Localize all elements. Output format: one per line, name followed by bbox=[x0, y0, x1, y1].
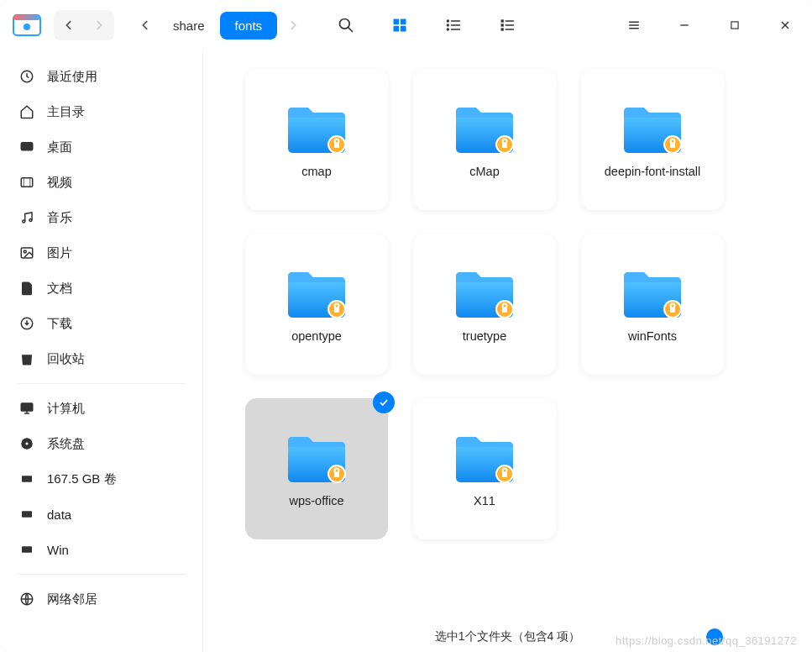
maximize-button[interactable] bbox=[715, 5, 755, 45]
svg-rect-1 bbox=[13, 15, 40, 20]
folder-icon bbox=[283, 430, 350, 484]
sidebar-item-win[interactable]: Win bbox=[0, 532, 202, 567]
svg-rect-7 bbox=[394, 26, 400, 32]
sidebar-item-label: 最近使用 bbox=[47, 69, 97, 85]
image-icon bbox=[18, 244, 35, 261]
svg-rect-39 bbox=[22, 476, 32, 482]
view-list-button[interactable] bbox=[427, 5, 480, 45]
sidebar-item-label: 下载 bbox=[47, 316, 72, 332]
minimize-button[interactable] bbox=[664, 5, 705, 45]
sidebar-item-recent[interactable]: 最近使用 bbox=[0, 59, 202, 94]
sidebar-item-data[interactable]: data bbox=[0, 497, 202, 532]
svg-rect-6 bbox=[401, 19, 406, 25]
svg-rect-5 bbox=[394, 19, 400, 25]
folder-item[interactable]: opentype bbox=[245, 234, 388, 375]
folder-label: deepin-font-install bbox=[605, 165, 700, 178]
svg-point-34 bbox=[24, 250, 26, 253]
folder-label: cMap bbox=[469, 165, 499, 178]
sidebar-item-sysdisk[interactable]: 系统盘 bbox=[0, 426, 202, 461]
folder-label: wps-office bbox=[289, 494, 343, 507]
svg-line-4 bbox=[348, 28, 353, 32]
svg-rect-29 bbox=[21, 143, 33, 150]
download-icon bbox=[18, 315, 35, 332]
network-icon bbox=[18, 591, 35, 607]
svg-point-38 bbox=[26, 443, 29, 445]
menu-button[interactable] bbox=[614, 5, 654, 45]
sidebar-item-label: 计算机 bbox=[47, 401, 85, 417]
svg-point-11 bbox=[448, 24, 449, 26]
sidebar-item-documents[interactable]: 文档 bbox=[0, 271, 202, 306]
svg-point-31 bbox=[23, 220, 25, 223]
svg-rect-36 bbox=[21, 403, 33, 411]
video-icon bbox=[18, 174, 35, 191]
folder-item[interactable]: truetype bbox=[413, 234, 556, 375]
svg-rect-19 bbox=[501, 28, 504, 30]
svg-rect-17 bbox=[501, 24, 504, 26]
folder-label: X11 bbox=[474, 494, 495, 507]
folder-item[interactable]: cMap bbox=[413, 69, 556, 210]
sidebar-item-trash[interactable]: 回收站 bbox=[0, 341, 202, 376]
sidebar-item-downloads[interactable]: 下载 bbox=[0, 306, 202, 341]
folder-item[interactable]: wps-office bbox=[245, 398, 388, 539]
sidebar: 最近使用 主目录 桌面 视频 音乐 图片 文档 下载 回收站 计算机 系统盘 1… bbox=[0, 50, 203, 652]
breadcrumb-forward-icon bbox=[280, 10, 306, 40]
folder-item[interactable]: cmap bbox=[245, 69, 388, 210]
view-detail-button[interactable] bbox=[480, 5, 534, 45]
forward-button[interactable] bbox=[84, 10, 114, 40]
folder-label: truetype bbox=[463, 329, 506, 343]
sidebar-item-label: 文档 bbox=[47, 281, 72, 297]
sidebar-item-home[interactable]: 主目录 bbox=[0, 94, 202, 129]
sidebar-item-label: 系统盘 bbox=[47, 436, 85, 452]
sidebar-item-volume[interactable]: 167.5 GB 卷 bbox=[0, 461, 202, 497]
folder-grid: cmap cMap deepin-font-install opentype t… bbox=[203, 50, 812, 622]
drive-icon bbox=[18, 541, 35, 558]
nav-buttons bbox=[54, 10, 114, 40]
sidebar-item-desktop[interactable]: 桌面 bbox=[0, 129, 202, 165]
svg-rect-41 bbox=[22, 546, 32, 553]
sidebar-item-label: 视频 bbox=[47, 175, 72, 191]
folder-icon bbox=[451, 266, 518, 319]
breadcrumb-current[interactable]: fonts bbox=[220, 12, 278, 39]
sidebar-item-computer[interactable]: 计算机 bbox=[0, 391, 202, 426]
folder-label: cmap bbox=[301, 165, 331, 178]
folder-icon bbox=[619, 266, 686, 319]
back-button[interactable] bbox=[54, 10, 84, 40]
sidebar-item-label: 主目录 bbox=[47, 104, 85, 120]
folder-icon bbox=[283, 266, 350, 319]
file-manager-window: share fonts 最近使用 主目录 桌面 视频 音乐 图片 文档 下载 回… bbox=[0, 0, 812, 652]
sidebar-item-network[interactable]: 网络邻居 bbox=[0, 581, 202, 617]
folder-item[interactable]: winFonts bbox=[581, 234, 724, 375]
breadcrumb-parent[interactable]: share bbox=[158, 12, 220, 39]
folder-icon bbox=[451, 101, 518, 155]
sidebar-item-videos[interactable]: 视频 bbox=[0, 165, 202, 200]
music-icon bbox=[18, 209, 35, 226]
folder-label: opentype bbox=[291, 329, 342, 343]
clock-icon bbox=[18, 68, 35, 85]
search-button[interactable] bbox=[319, 5, 373, 45]
trash-icon bbox=[18, 350, 35, 367]
folder-icon bbox=[619, 101, 686, 155]
folder-item[interactable]: deepin-font-install bbox=[581, 69, 724, 210]
svg-rect-25 bbox=[731, 22, 738, 29]
sidebar-separator bbox=[17, 574, 186, 575]
sidebar-item-pictures[interactable]: 图片 bbox=[0, 235, 202, 271]
sidebar-item-label: data bbox=[47, 507, 71, 522]
svg-point-32 bbox=[29, 219, 32, 222]
sidebar-item-label: 回收站 bbox=[47, 351, 85, 367]
status-text: 选中1个文件夹（包含4 项） bbox=[435, 629, 580, 644]
statusbar: 选中1个文件夹（包含4 项） https://blog.csdn.net/qq_… bbox=[203, 622, 812, 652]
sidebar-item-label: 音乐 bbox=[47, 210, 72, 226]
svg-point-9 bbox=[448, 20, 449, 22]
folder-item[interactable]: X11 bbox=[413, 398, 556, 539]
svg-rect-40 bbox=[22, 511, 32, 518]
breadcrumb-back-icon[interactable] bbox=[133, 10, 158, 40]
watermark: https://blog.csdn.net/qq_36191272 bbox=[616, 634, 797, 647]
drive-icon bbox=[18, 506, 35, 523]
sidebar-item-label: 网络邻居 bbox=[47, 592, 97, 607]
view-icon-grid-button[interactable] bbox=[373, 5, 427, 45]
folder-icon bbox=[451, 430, 518, 484]
sidebar-item-music[interactable]: 音乐 bbox=[0, 200, 202, 235]
body: 最近使用 主目录 桌面 视频 音乐 图片 文档 下载 回收站 计算机 系统盘 1… bbox=[0, 50, 812, 652]
close-button[interactable] bbox=[765, 5, 805, 45]
svg-point-13 bbox=[448, 29, 449, 30]
